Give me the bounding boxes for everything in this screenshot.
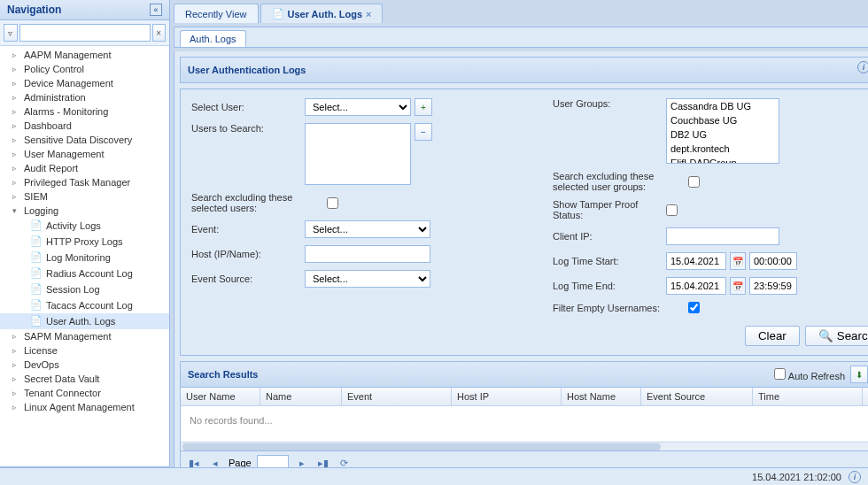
column-header[interactable]: Name (260, 388, 342, 405)
sidebar-header: Navigation « (0, 0, 169, 20)
tamper-checkbox[interactable] (666, 204, 678, 216)
event-source-dropdown[interactable]: Select... (305, 270, 430, 288)
users-to-search-box[interactable] (305, 123, 411, 185)
list-item[interactable]: Couchbase UG (667, 113, 779, 127)
expand-icon: ▹ (12, 403, 20, 412)
exclude-users-label: Search excluding these selected users: (191, 192, 320, 213)
remove-user-icon[interactable]: − (415, 123, 432, 141)
nav-tree: ▹AAPM Management▹Policy Control▹Device M… (0, 46, 169, 466)
sidebar-item[interactable]: ▹AAPM Management (0, 48, 169, 62)
collapse-icon: ▾ (12, 206, 20, 215)
expand-icon: ▹ (12, 389, 20, 397)
column-header[interactable]: Host IP (452, 388, 562, 405)
auto-refresh-checkbox[interactable] (774, 368, 786, 380)
clear-button[interactable]: Clear (745, 326, 800, 346)
log-start-time-input[interactable] (749, 252, 797, 270)
sidebar-item[interactable]: ▹User Management (0, 147, 169, 161)
clear-search-icon[interactable]: × (152, 24, 167, 42)
expand-icon: ▹ (12, 346, 20, 355)
log-type-icon: 📄 (30, 283, 43, 296)
sidebar-item[interactable]: ▹License (0, 343, 169, 358)
log-type-icon: 📄 (30, 267, 43, 280)
grid-header: User NameNameEventHost IPHost NameEvent … (181, 388, 868, 406)
column-header[interactable]: User Name (181, 388, 260, 405)
sidebar-item[interactable]: ▹Sensitive Data Discovery (0, 133, 169, 147)
log-start-label: Log Time Start: (553, 256, 659, 266)
list-item[interactable]: DB2 UG (667, 127, 779, 142)
exclude-users-checkbox[interactable] (327, 197, 338, 209)
close-tab-icon[interactable]: × (366, 9, 371, 19)
sidebar-item[interactable]: ▹Tenant Connector (0, 386, 169, 400)
sidebar-item[interactable]: ▹Policy Control (0, 62, 169, 76)
subtab-auth-logs[interactable]: Auth. Logs (180, 30, 246, 47)
host-input[interactable] (305, 245, 430, 263)
sidebar-item[interactable]: ▹SAPM Management (0, 329, 169, 343)
calendar-icon[interactable]: 📅 (730, 277, 746, 295)
column-header[interactable]: Clier (863, 388, 868, 405)
column-header[interactable]: Time (753, 388, 863, 405)
list-item[interactable]: Cassandra DB UG (667, 99, 779, 113)
log-start-date-input[interactable] (666, 252, 726, 270)
navigation-sidebar: Navigation « ▿ × ▹AAPM Management▹Policy… (0, 0, 170, 485)
log-type-icon: 📄 (30, 315, 43, 327)
info-icon[interactable]: i (849, 471, 861, 483)
expand-icon: ▹ (12, 121, 20, 130)
log-type-icon: 📄 (30, 251, 43, 264)
sidebar-child-item[interactable]: 📄Log Monitoring (0, 250, 169, 266)
help-icon[interactable]: i (857, 61, 868, 73)
column-header[interactable]: Host Name (562, 388, 641, 405)
column-header[interactable]: Event (342, 388, 452, 405)
filter-icon[interactable]: ▿ (4, 24, 18, 42)
calendar-icon[interactable]: 📅 (730, 252, 746, 270)
sidebar-item[interactable]: ▹Alarms - Monitoring (0, 104, 169, 119)
sidebar-item-logging[interactable]: ▾Logging (0, 204, 169, 218)
export-icon[interactable]: ⬇ (850, 366, 868, 383)
sidebar-item[interactable]: ▹Administration (0, 90, 169, 104)
add-user-icon[interactable]: + (415, 98, 432, 116)
log-end-time-input[interactable] (749, 277, 797, 295)
log-type-icon: 📄 (30, 235, 43, 248)
filter-empty-checkbox[interactable] (688, 302, 700, 313)
expand-icon: ▹ (12, 178, 20, 187)
tab-user-auth-logs[interactable]: 📄 User Auth. Logs × (260, 4, 384, 23)
log-type-icon: 📄 (30, 219, 43, 232)
sidebar-child-item[interactable]: 📄HTTP Proxy Logs (0, 234, 169, 250)
panel-title-bar: User Authentication Logs i ▴ (180, 57, 868, 83)
sidebar-item[interactable]: ▹Secret Data Vault (0, 372, 169, 386)
status-bar: 15.04.2021 21:02:00 i (0, 467, 868, 485)
select-user-dropdown[interactable]: Select... (305, 98, 411, 116)
list-item[interactable]: dept.krontech (667, 142, 779, 156)
event-dropdown[interactable]: Select... (305, 220, 430, 238)
nav-search-input[interactable] (19, 24, 151, 42)
exclude-groups-checkbox[interactable] (688, 176, 700, 188)
search-button[interactable]: 🔍Search (805, 326, 868, 346)
sidebar-child-item[interactable]: 📄Tacacs Account Log (0, 297, 169, 313)
sidebar-child-item[interactable]: 📄Radius Account Log (0, 266, 169, 281)
sidebar-item[interactable]: ▹Audit Report (0, 161, 169, 175)
sidebar-item[interactable]: ▹DevOps (0, 358, 169, 372)
collapse-sidebar-icon[interactable]: « (150, 4, 162, 16)
user-groups-listbox[interactable]: Cassandra DB UGCouchbase UGDB2 UGdept.kr… (666, 98, 779, 164)
filter-empty-label: Filter Empty Usernames: (553, 303, 681, 313)
column-header[interactable]: Event Source (641, 388, 753, 405)
client-ip-input[interactable] (666, 227, 779, 245)
results-panel: Search Results Auto Refresh ⬇ ▴ User Nam… (180, 361, 868, 475)
sidebar-item[interactable]: ▹Privileged Task Manager (0, 175, 169, 189)
log-end-date-input[interactable] (666, 277, 726, 295)
users-to-search-label: Users to Search: (191, 123, 298, 134)
sidebar-child-item[interactable]: 📄Session Log (0, 281, 169, 297)
sidebar-child-item[interactable]: 📄User Auth. Logs (0, 313, 169, 329)
auto-refresh-label: Auto Refresh (774, 368, 845, 381)
tamper-label: Show Tamper Proof Status: (553, 199, 659, 220)
sidebar-item[interactable]: ▹SIEM (0, 189, 169, 204)
sidebar-item[interactable]: ▹Device Management (0, 76, 169, 90)
sidebar-child-item[interactable]: 📄Activity Logs (0, 218, 169, 234)
log-type-icon: 📄 (30, 299, 43, 312)
main-area: Recently View 📄 User Auth. Logs × Auth. … (170, 0, 868, 485)
log-icon: 📄 (272, 8, 284, 19)
list-item[interactable]: ElifLDAPGroup (667, 156, 779, 164)
sidebar-item[interactable]: ▹Linux Agent Management (0, 400, 169, 414)
tab-recently-view[interactable]: Recently View (174, 4, 259, 23)
sidebar-item[interactable]: ▹Dashboard (0, 119, 169, 133)
horizontal-scrollbar[interactable] (181, 442, 868, 450)
